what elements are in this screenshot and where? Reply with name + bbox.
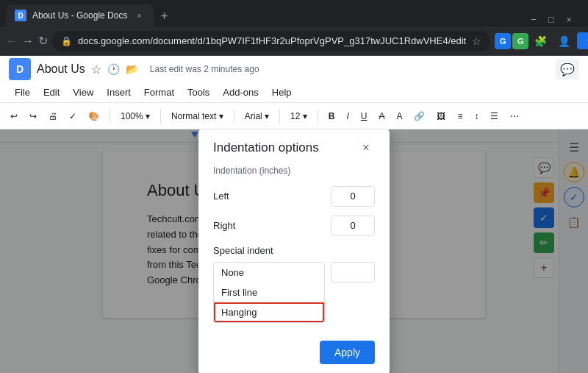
left-indent-row: Left: [213, 186, 375, 207]
lock-icon: 🔒: [61, 36, 72, 46]
indent-option-none[interactable]: None: [214, 263, 324, 283]
indent-options-list: None First line Hanging: [213, 262, 325, 323]
right-indent-label: Right: [213, 220, 235, 231]
puzzle-icon[interactable]: 🧩: [530, 31, 551, 51]
account-icon[interactable]: 👤: [553, 31, 574, 51]
format-bar: ↩ ↪ 🖨 ✓ 🎨 100% ▾ Normal text ▾ Arial ▾ 1…: [0, 103, 588, 129]
separator-4: [279, 109, 280, 124]
menu-insert[interactable]: Insert: [101, 85, 137, 99]
menu-file[interactable]: File: [9, 85, 36, 99]
window-controls: − □ ×: [526, 12, 582, 26]
fontcolor-button[interactable]: A: [392, 110, 406, 123]
menu-tools[interactable]: Tools: [182, 85, 215, 99]
menu-edit[interactable]: Edit: [37, 85, 65, 99]
dialog-title: Indentation options: [213, 141, 319, 155]
undo-button[interactable]: ↩: [6, 110, 22, 123]
active-tab[interactable]: D About Us - Google Docs ×: [6, 4, 154, 26]
docs-app-icon: D: [9, 58, 31, 80]
separator-3: [234, 109, 234, 124]
url-bar[interactable]: 🔒 docs.google.com/document/d/1bqPW7IF1fH…: [52, 31, 490, 51]
url-text: docs.google.com/document/d/1bqPW7IF1fHF3…: [78, 35, 466, 46]
tab-bar: D About Us - Google Docs × + − □ ×: [0, 0, 588, 26]
docs-star-icon[interactable]: ☆: [91, 63, 101, 77]
last-edit-text: Last edit was 2 minutes ago: [150, 64, 259, 74]
font-control[interactable]: Arial ▾: [240, 110, 273, 123]
move-icon[interactable]: 📂: [126, 63, 138, 75]
new-tab-button[interactable]: +: [154, 6, 174, 26]
history-icon[interactable]: 🕐: [107, 63, 120, 75]
tab-favicon: D: [15, 10, 26, 21]
back-button[interactable]: ←: [6, 31, 18, 51]
separator-2: [160, 109, 161, 124]
forward-button[interactable]: →: [22, 31, 34, 51]
menu-bar: File Edit View Insert Format Tools Add-o…: [0, 82, 588, 103]
more-button[interactable]: ⋯: [506, 110, 523, 123]
menu-format[interactable]: Format: [138, 85, 180, 99]
indent-option-first-line[interactable]: First line: [214, 283, 324, 302]
align-button[interactable]: ≡: [453, 110, 467, 123]
maximize-button[interactable]: □: [544, 12, 559, 26]
special-indent-section: Special indent None First line Hanging: [213, 245, 375, 323]
close-window-button[interactable]: ×: [562, 12, 576, 26]
refresh-button[interactable]: ↻: [38, 31, 48, 51]
strikethrough-button[interactable]: A: [374, 110, 389, 123]
spellcheck-button[interactable]: ✓: [65, 110, 81, 123]
dialog-footer: Apply: [198, 335, 390, 374]
docs-document-title[interactable]: About Us: [37, 63, 85, 76]
image-button[interactable]: 🖼: [432, 110, 450, 123]
dialog-close-button[interactable]: ×: [357, 139, 375, 157]
dialog-subtitle: Indentation (inches): [213, 166, 375, 176]
tab-title: About Us - Google Docs: [32, 10, 127, 21]
docs-titlebar: D About Us ☆ 🕐 📂 Last edit was 2 minutes…: [0, 56, 588, 82]
font-size-control[interactable]: 12 ▾: [286, 110, 312, 123]
special-indent-label: Special indent: [213, 245, 375, 256]
print-button[interactable]: 🖨: [44, 110, 62, 123]
zoom-control[interactable]: 100% ▾: [116, 110, 154, 123]
menu-addons[interactable]: Add-ons: [217, 85, 264, 99]
bold-button[interactable]: B: [324, 110, 340, 123]
doc-area: About Us Techcult.com is primarily ... i…: [0, 129, 588, 373]
lineheight-button[interactable]: ↕: [470, 110, 483, 123]
address-right-controls: G G 🧩 👤 ↑ Share: [495, 31, 588, 51]
left-indent-input[interactable]: [331, 186, 375, 207]
extension-icons: G G 🧩: [495, 31, 551, 51]
paint-button[interactable]: 🎨: [84, 110, 104, 123]
left-indent-label: Left: [213, 191, 229, 202]
menu-view[interactable]: View: [67, 85, 99, 99]
bookmark-icon[interactable]: ☆: [472, 35, 481, 47]
tab-close-button[interactable]: ×: [133, 10, 145, 21]
style-control[interactable]: Normal text ▾: [167, 110, 228, 123]
ext-icon-1[interactable]: G: [495, 33, 511, 49]
dialog-header: Indentation options ×: [198, 129, 390, 163]
separator-5: [318, 109, 318, 124]
dialog-body: Indentation (inches) Left Right Special …: [198, 163, 390, 335]
comments-icon[interactable]: 💬: [556, 59, 579, 79]
link-button[interactable]: 🔗: [409, 110, 429, 123]
separator-1: [110, 109, 110, 124]
underline-button[interactable]: U: [356, 110, 372, 123]
indent-value-input[interactable]: [331, 262, 375, 283]
list-button[interactable]: ☰: [486, 110, 503, 123]
dialog-overlay: Indentation options × Indentation (inche…: [0, 129, 588, 373]
indentation-dialog: Indentation options × Indentation (inche…: [198, 129, 390, 373]
ext-icon-2[interactable]: G: [512, 33, 528, 49]
browser-frame: D About Us - Google Docs × + − □ × ← → ↻…: [0, 0, 588, 373]
italic-button[interactable]: I: [342, 110, 353, 123]
share-button[interactable]: ↑ Share: [577, 32, 588, 49]
docs-right-icons: 💬: [556, 59, 579, 79]
indent-options-container: None First line Hanging: [213, 262, 375, 323]
right-indent-input[interactable]: [331, 216, 375, 236]
apply-button[interactable]: Apply: [320, 341, 375, 364]
minimize-button[interactable]: −: [526, 12, 541, 26]
menu-help[interactable]: Help: [266, 85, 298, 99]
redo-button[interactable]: ↪: [25, 110, 41, 123]
indent-option-hanging[interactable]: Hanging: [214, 302, 324, 322]
right-indent-row: Right: [213, 216, 375, 236]
address-bar: ← → ↻ 🔒 docs.google.com/document/d/1bqPW…: [0, 26, 588, 56]
